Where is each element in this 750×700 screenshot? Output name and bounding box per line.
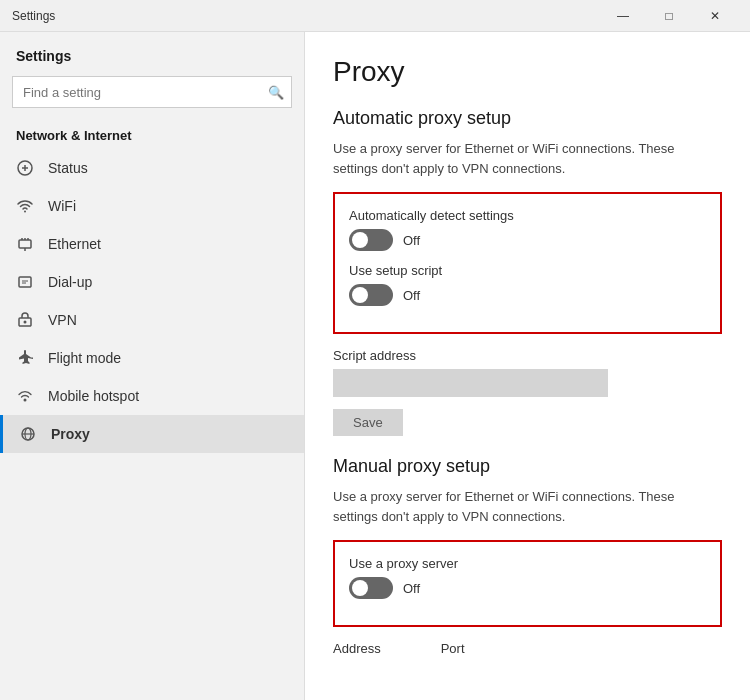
script-address-label: Script address xyxy=(333,348,722,363)
svg-point-11 xyxy=(24,321,27,324)
use-proxy-state: Off xyxy=(403,581,420,596)
detect-settings-toggle[interactable] xyxy=(349,229,393,251)
sidebar-item-label-dialup: Dial-up xyxy=(48,274,92,290)
setup-script-toggle[interactable] xyxy=(349,284,393,306)
sidebar-item-status[interactable]: Status xyxy=(0,149,304,187)
automatic-proxy-box: Automatically detect settings Off Use se… xyxy=(333,192,722,334)
sidebar-search-container: 🔍 xyxy=(12,76,292,108)
sidebar-item-flightmode[interactable]: Flight mode xyxy=(0,339,304,377)
svg-rect-2 xyxy=(19,240,31,248)
sidebar-item-label-wifi: WiFi xyxy=(48,198,76,214)
svg-rect-7 xyxy=(19,277,31,287)
port-label: Port xyxy=(441,641,465,656)
minimize-button[interactable]: — xyxy=(600,0,646,32)
content-area: Proxy Automatic proxy setup Use a proxy … xyxy=(305,32,750,700)
sidebar-item-label-flightmode: Flight mode xyxy=(48,350,121,366)
use-proxy-toggle[interactable] xyxy=(349,577,393,599)
setup-script-row: Use setup script Off xyxy=(349,263,706,306)
vpn-icon xyxy=(16,311,34,329)
app-body: Settings 🔍 Network & Internet Status xyxy=(0,32,750,700)
sidebar-item-label-status: Status xyxy=(48,160,88,176)
dialup-icon xyxy=(16,273,34,291)
flight-icon xyxy=(16,349,34,367)
status-icon xyxy=(16,159,34,177)
sidebar-item-proxy[interactable]: Proxy xyxy=(0,415,304,453)
setup-script-toggle-wrapper: Off xyxy=(349,284,706,306)
sidebar-item-wifi[interactable]: WiFi xyxy=(0,187,304,225)
detect-settings-label: Automatically detect settings xyxy=(349,208,706,223)
automatic-section-desc: Use a proxy server for Ethernet or WiFi … xyxy=(333,139,722,178)
title-bar-label: Settings xyxy=(12,9,600,23)
setup-script-state: Off xyxy=(403,288,420,303)
proxy-icon xyxy=(19,425,37,443)
manual-section-desc: Use a proxy server for Ethernet or WiFi … xyxy=(333,487,722,526)
sidebar-item-ethernet[interactable]: Ethernet xyxy=(0,225,304,263)
sidebar-title: Settings xyxy=(0,32,304,72)
use-proxy-label: Use a proxy server xyxy=(349,556,706,571)
title-bar-controls: — □ ✕ xyxy=(600,0,738,32)
sidebar-item-label-vpn: VPN xyxy=(48,312,77,328)
sidebar-section-label: Network & Internet xyxy=(0,120,304,149)
sidebar-item-vpn[interactable]: VPN xyxy=(0,301,304,339)
detect-settings-state: Off xyxy=(403,233,420,248)
manual-section-title: Manual proxy setup xyxy=(333,456,722,477)
detect-settings-toggle-wrapper: Off xyxy=(349,229,706,251)
address-label: Address xyxy=(333,641,381,656)
manual-proxy-box: Use a proxy server Off xyxy=(333,540,722,627)
page-title: Proxy xyxy=(333,56,722,88)
use-proxy-knob xyxy=(352,580,368,596)
close-button[interactable]: ✕ xyxy=(692,0,738,32)
search-input[interactable] xyxy=(12,76,292,108)
wifi-icon xyxy=(16,197,34,215)
setup-script-knob xyxy=(352,287,368,303)
automatic-section-title: Automatic proxy setup xyxy=(333,108,722,129)
search-icon: 🔍 xyxy=(268,85,284,100)
svg-point-1 xyxy=(24,211,26,213)
sidebar-item-label-ethernet: Ethernet xyxy=(48,236,101,252)
svg-point-12 xyxy=(24,399,27,402)
sidebar-item-mobilehotspot[interactable]: Mobile hotspot xyxy=(0,377,304,415)
detect-settings-row: Automatically detect settings Off xyxy=(349,208,706,251)
setup-script-label: Use setup script xyxy=(349,263,706,278)
hotspot-icon xyxy=(16,387,34,405)
maximize-button[interactable]: □ xyxy=(646,0,692,32)
detect-settings-knob xyxy=(352,232,368,248)
save-button[interactable]: Save xyxy=(333,409,403,436)
title-bar: Settings — □ ✕ xyxy=(0,0,750,32)
sidebar: Settings 🔍 Network & Internet Status xyxy=(0,32,305,700)
use-proxy-row: Use a proxy server Off xyxy=(349,556,706,599)
sidebar-item-label-mobilehotspot: Mobile hotspot xyxy=(48,388,139,404)
use-proxy-toggle-wrapper: Off xyxy=(349,577,706,599)
sidebar-item-dialup[interactable]: Dial-up xyxy=(0,263,304,301)
sidebar-item-label-proxy: Proxy xyxy=(51,426,90,442)
script-address-input[interactable] xyxy=(333,369,608,397)
ethernet-icon xyxy=(16,235,34,253)
